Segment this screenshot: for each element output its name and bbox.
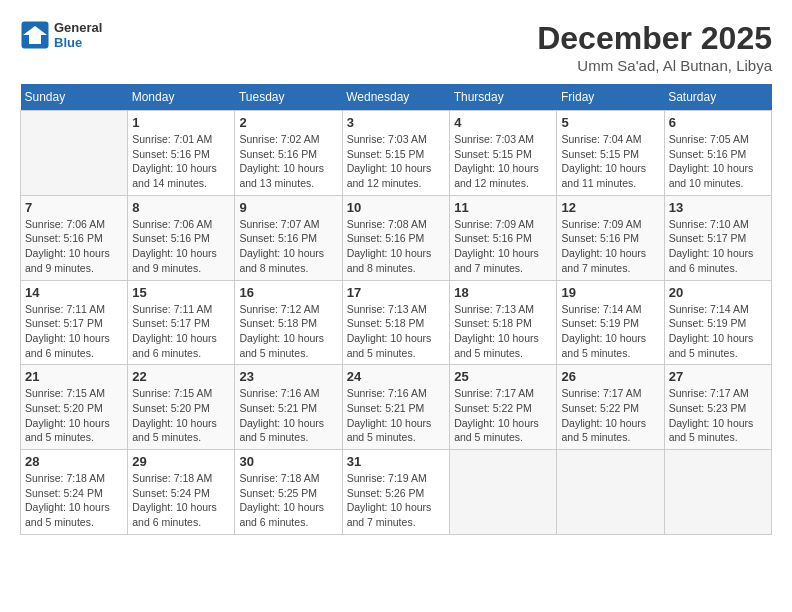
calendar-header-wednesday: Wednesday xyxy=(342,84,449,111)
calendar-cell: 5Sunrise: 7:04 AM Sunset: 5:15 PM Daylig… xyxy=(557,111,664,196)
calendar-cell: 9Sunrise: 7:07 AM Sunset: 5:16 PM Daylig… xyxy=(235,195,342,280)
calendar-week-row: 7Sunrise: 7:06 AM Sunset: 5:16 PM Daylig… xyxy=(21,195,772,280)
calendar-cell: 1Sunrise: 7:01 AM Sunset: 5:16 PM Daylig… xyxy=(128,111,235,196)
day-info: Sunrise: 7:01 AM Sunset: 5:16 PM Dayligh… xyxy=(132,132,230,191)
day-info: Sunrise: 7:17 AM Sunset: 5:23 PM Dayligh… xyxy=(669,386,767,445)
calendar-cell: 20Sunrise: 7:14 AM Sunset: 5:19 PM Dayli… xyxy=(664,280,771,365)
calendar-cell: 29Sunrise: 7:18 AM Sunset: 5:24 PM Dayli… xyxy=(128,450,235,535)
calendar-cell: 4Sunrise: 7:03 AM Sunset: 5:15 PM Daylig… xyxy=(450,111,557,196)
calendar-cell: 2Sunrise: 7:02 AM Sunset: 5:16 PM Daylig… xyxy=(235,111,342,196)
day-info: Sunrise: 7:11 AM Sunset: 5:17 PM Dayligh… xyxy=(25,302,123,361)
calendar-cell: 10Sunrise: 7:08 AM Sunset: 5:16 PM Dayli… xyxy=(342,195,449,280)
calendar-week-row: 1Sunrise: 7:01 AM Sunset: 5:16 PM Daylig… xyxy=(21,111,772,196)
day-number: 13 xyxy=(669,200,767,215)
day-number: 2 xyxy=(239,115,337,130)
day-info: Sunrise: 7:03 AM Sunset: 5:15 PM Dayligh… xyxy=(347,132,445,191)
day-number: 20 xyxy=(669,285,767,300)
calendar-cell: 23Sunrise: 7:16 AM Sunset: 5:21 PM Dayli… xyxy=(235,365,342,450)
day-number: 12 xyxy=(561,200,659,215)
day-number: 28 xyxy=(25,454,123,469)
day-number: 10 xyxy=(347,200,445,215)
day-info: Sunrise: 7:05 AM Sunset: 5:16 PM Dayligh… xyxy=(669,132,767,191)
calendar-cell: 15Sunrise: 7:11 AM Sunset: 5:17 PM Dayli… xyxy=(128,280,235,365)
day-info: Sunrise: 7:13 AM Sunset: 5:18 PM Dayligh… xyxy=(347,302,445,361)
calendar-cell: 12Sunrise: 7:09 AM Sunset: 5:16 PM Dayli… xyxy=(557,195,664,280)
logo-icon xyxy=(20,20,50,50)
calendar-cell xyxy=(664,450,771,535)
day-info: Sunrise: 7:18 AM Sunset: 5:24 PM Dayligh… xyxy=(25,471,123,530)
day-number: 21 xyxy=(25,369,123,384)
month-title: December 2025 xyxy=(537,20,772,57)
calendar-header-row: SundayMondayTuesdayWednesdayThursdayFrid… xyxy=(21,84,772,111)
calendar-cell: 31Sunrise: 7:19 AM Sunset: 5:26 PM Dayli… xyxy=(342,450,449,535)
calendar-cell: 30Sunrise: 7:18 AM Sunset: 5:25 PM Dayli… xyxy=(235,450,342,535)
calendar-cell: 25Sunrise: 7:17 AM Sunset: 5:22 PM Dayli… xyxy=(450,365,557,450)
day-info: Sunrise: 7:14 AM Sunset: 5:19 PM Dayligh… xyxy=(669,302,767,361)
logo-text: General Blue xyxy=(54,20,102,50)
day-number: 29 xyxy=(132,454,230,469)
day-info: Sunrise: 7:09 AM Sunset: 5:16 PM Dayligh… xyxy=(454,217,552,276)
day-number: 9 xyxy=(239,200,337,215)
day-number: 24 xyxy=(347,369,445,384)
title-block: December 2025 Umm Sa'ad, Al Butnan, Liby… xyxy=(537,20,772,74)
day-number: 18 xyxy=(454,285,552,300)
day-number: 27 xyxy=(669,369,767,384)
day-info: Sunrise: 7:03 AM Sunset: 5:15 PM Dayligh… xyxy=(454,132,552,191)
day-info: Sunrise: 7:19 AM Sunset: 5:26 PM Dayligh… xyxy=(347,471,445,530)
day-info: Sunrise: 7:17 AM Sunset: 5:22 PM Dayligh… xyxy=(454,386,552,445)
logo-general: General xyxy=(54,20,102,35)
day-number: 17 xyxy=(347,285,445,300)
day-info: Sunrise: 7:16 AM Sunset: 5:21 PM Dayligh… xyxy=(347,386,445,445)
day-number: 8 xyxy=(132,200,230,215)
day-number: 25 xyxy=(454,369,552,384)
day-number: 4 xyxy=(454,115,552,130)
day-info: Sunrise: 7:07 AM Sunset: 5:16 PM Dayligh… xyxy=(239,217,337,276)
calendar-cell: 16Sunrise: 7:12 AM Sunset: 5:18 PM Dayli… xyxy=(235,280,342,365)
day-info: Sunrise: 7:18 AM Sunset: 5:25 PM Dayligh… xyxy=(239,471,337,530)
calendar-cell: 18Sunrise: 7:13 AM Sunset: 5:18 PM Dayli… xyxy=(450,280,557,365)
day-info: Sunrise: 7:02 AM Sunset: 5:16 PM Dayligh… xyxy=(239,132,337,191)
calendar-cell: 3Sunrise: 7:03 AM Sunset: 5:15 PM Daylig… xyxy=(342,111,449,196)
calendar-header-sunday: Sunday xyxy=(21,84,128,111)
day-number: 14 xyxy=(25,285,123,300)
calendar-cell: 24Sunrise: 7:16 AM Sunset: 5:21 PM Dayli… xyxy=(342,365,449,450)
day-info: Sunrise: 7:06 AM Sunset: 5:16 PM Dayligh… xyxy=(25,217,123,276)
calendar-cell: 27Sunrise: 7:17 AM Sunset: 5:23 PM Dayli… xyxy=(664,365,771,450)
day-info: Sunrise: 7:18 AM Sunset: 5:24 PM Dayligh… xyxy=(132,471,230,530)
calendar-cell: 28Sunrise: 7:18 AM Sunset: 5:24 PM Dayli… xyxy=(21,450,128,535)
calendar-cell: 22Sunrise: 7:15 AM Sunset: 5:20 PM Dayli… xyxy=(128,365,235,450)
logo-blue: Blue xyxy=(54,35,102,50)
calendar-cell: 7Sunrise: 7:06 AM Sunset: 5:16 PM Daylig… xyxy=(21,195,128,280)
day-number: 16 xyxy=(239,285,337,300)
day-number: 5 xyxy=(561,115,659,130)
day-info: Sunrise: 7:06 AM Sunset: 5:16 PM Dayligh… xyxy=(132,217,230,276)
calendar-header-friday: Friday xyxy=(557,84,664,111)
calendar-cell: 14Sunrise: 7:11 AM Sunset: 5:17 PM Dayli… xyxy=(21,280,128,365)
calendar-header-monday: Monday xyxy=(128,84,235,111)
day-info: Sunrise: 7:11 AM Sunset: 5:17 PM Dayligh… xyxy=(132,302,230,361)
calendar-week-row: 28Sunrise: 7:18 AM Sunset: 5:24 PM Dayli… xyxy=(21,450,772,535)
day-info: Sunrise: 7:13 AM Sunset: 5:18 PM Dayligh… xyxy=(454,302,552,361)
calendar-header-saturday: Saturday xyxy=(664,84,771,111)
day-info: Sunrise: 7:17 AM Sunset: 5:22 PM Dayligh… xyxy=(561,386,659,445)
day-number: 1 xyxy=(132,115,230,130)
calendar-cell: 19Sunrise: 7:14 AM Sunset: 5:19 PM Dayli… xyxy=(557,280,664,365)
day-info: Sunrise: 7:09 AM Sunset: 5:16 PM Dayligh… xyxy=(561,217,659,276)
calendar-cell: 11Sunrise: 7:09 AM Sunset: 5:16 PM Dayli… xyxy=(450,195,557,280)
day-number: 11 xyxy=(454,200,552,215)
calendar-cell: 6Sunrise: 7:05 AM Sunset: 5:16 PM Daylig… xyxy=(664,111,771,196)
calendar-cell xyxy=(450,450,557,535)
calendar-header-tuesday: Tuesday xyxy=(235,84,342,111)
day-number: 7 xyxy=(25,200,123,215)
day-info: Sunrise: 7:08 AM Sunset: 5:16 PM Dayligh… xyxy=(347,217,445,276)
calendar-cell: 13Sunrise: 7:10 AM Sunset: 5:17 PM Dayli… xyxy=(664,195,771,280)
day-info: Sunrise: 7:16 AM Sunset: 5:21 PM Dayligh… xyxy=(239,386,337,445)
day-number: 6 xyxy=(669,115,767,130)
page-header: General Blue December 2025 Umm Sa'ad, Al… xyxy=(20,20,772,74)
day-info: Sunrise: 7:15 AM Sunset: 5:20 PM Dayligh… xyxy=(25,386,123,445)
calendar-header-thursday: Thursday xyxy=(450,84,557,111)
day-number: 15 xyxy=(132,285,230,300)
day-info: Sunrise: 7:15 AM Sunset: 5:20 PM Dayligh… xyxy=(132,386,230,445)
calendar-cell xyxy=(557,450,664,535)
calendar-cell: 21Sunrise: 7:15 AM Sunset: 5:20 PM Dayli… xyxy=(21,365,128,450)
